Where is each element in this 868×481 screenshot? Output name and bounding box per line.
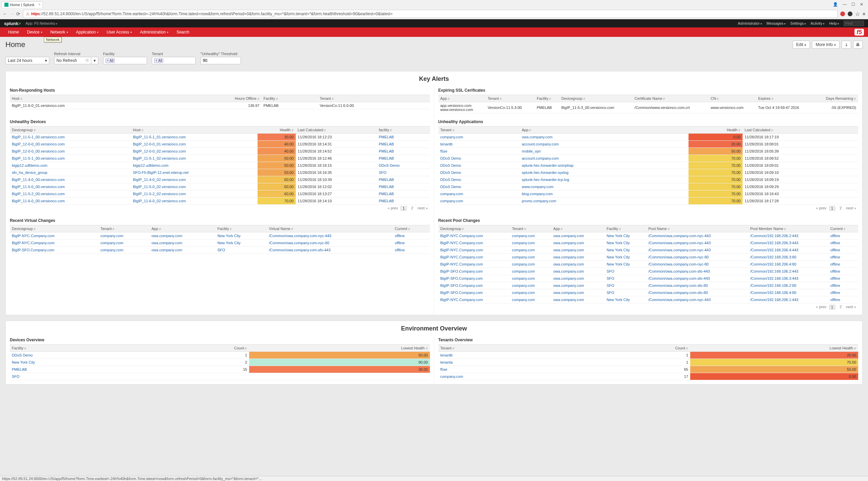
- link[interactable]: owa.company.com: [553, 262, 584, 266]
- link[interactable]: PMELAB: [379, 185, 394, 189]
- link[interactable]: /Common/owa.company.com-nyc-443: [648, 234, 710, 238]
- link[interactable]: /Common/owa.company.com-nyc-443: [648, 241, 710, 245]
- column-header[interactable]: Facility⇵: [605, 225, 646, 232]
- link[interactable]: BigIP-NYC.Company.com: [440, 262, 483, 266]
- link[interactable]: New York City: [217, 241, 240, 245]
- link[interactable]: tenantb: [440, 353, 453, 357]
- link[interactable]: BigIP-NYC.Company.com: [12, 234, 54, 238]
- table-row[interactable]: BigIP-NYC.Company.comcompany.comowa.comp…: [438, 247, 859, 254]
- link[interactable]: company.com: [512, 262, 535, 266]
- table-row[interactable]: BigIP_11-5-2_00.versionco.comBigIP_11-5-…: [10, 190, 430, 198]
- link[interactable]: company.com: [512, 291, 535, 295]
- link[interactable]: owa.company.com: [151, 241, 182, 245]
- link[interactable]: New York City: [607, 248, 630, 252]
- table-row[interactable]: BigIP_12-0-0_00.versionco.comBigIP_12-0-…: [10, 148, 430, 155]
- column-header[interactable]: Facility⇵: [535, 95, 559, 102]
- table-row[interactable]: BigIP-SFO.Company.comcompany.comowa.comp…: [10, 247, 430, 254]
- link[interactable]: New York City: [607, 241, 630, 245]
- link[interactable]: offline: [830, 276, 840, 280]
- column-header[interactable]: Facility⇵: [262, 95, 318, 102]
- link[interactable]: DDoS Demo: [440, 185, 461, 189]
- link[interactable]: /Common/owa.company.com-nyc-443: [648, 248, 710, 252]
- link[interactable]: owa.company.com: [553, 269, 584, 273]
- column-header[interactable]: Certificate Name⇵: [632, 95, 708, 102]
- column-header[interactable]: Tenant⇵: [438, 345, 606, 352]
- link[interactable]: owa.company.com: [553, 283, 584, 288]
- link[interactable]: offline: [830, 255, 840, 259]
- table-row[interactable]: f5semobile_vpn50.0011/28/2016 18:05:39: [438, 148, 859, 155]
- column-header[interactable]: Current⇵: [828, 225, 858, 232]
- link[interactable]: owa.company.com: [151, 234, 182, 238]
- link[interactable]: f5se: [440, 367, 448, 371]
- activity-menu[interactable]: Activity: [811, 21, 824, 25]
- link[interactable]: BigIP_11-6-0_02.versionco.com: [133, 199, 186, 203]
- link[interactable]: /Common/owa.company.com-sfo-443: [648, 269, 710, 273]
- link[interactable]: PMELAB: [379, 142, 394, 146]
- table-row[interactable]: DDoS Demowww.company.com70.0011/28/2016 …: [438, 183, 859, 190]
- close-tab-icon[interactable]: ×: [39, 3, 41, 6]
- splunk-logo[interactable]: splunk>: [4, 21, 21, 26]
- link[interactable]: BigIP_11-5-2_00.versionco.com: [12, 192, 65, 196]
- link[interactable]: offline: [830, 298, 840, 302]
- link[interactable]: company.com: [512, 255, 535, 259]
- link[interactable]: owa.company.com: [553, 298, 584, 302]
- column-header[interactable]: Facility⇵: [215, 225, 267, 232]
- table-row[interactable]: DDoS Demosplunk-hec-forwarder-snmptrap70…: [438, 162, 859, 169]
- pager-page-2[interactable]: 2: [838, 305, 843, 310]
- remove-tag-icon[interactable]: ×: [155, 59, 157, 62]
- link[interactable]: www.company.com: [522, 185, 554, 189]
- link[interactable]: /Common/192.168.106.3:443: [750, 276, 798, 280]
- table-row[interactable]: BigIP-NYC.Company.comcompany.comowa.comp…: [438, 239, 859, 247]
- nav-user-access[interactable]: User Access: [102, 27, 136, 37]
- link[interactable]: PMELAB: [379, 178, 394, 182]
- table-row[interactable]: sfo_ha_device_groupSFO-F5-BigIP-12.enet.…: [10, 169, 430, 176]
- link[interactable]: splunk-hec-forwarder-syslog: [522, 170, 569, 175]
- link[interactable]: BigIP_12-0-0_00.versionco.com: [12, 142, 65, 146]
- clear-icon[interactable]: ⓧ: [86, 58, 89, 63]
- link[interactable]: company.com: [512, 248, 535, 252]
- column-header[interactable]: Host⇵: [10, 95, 177, 102]
- pager-next[interactable]: next »: [846, 206, 856, 211]
- nav-device[interactable]: Device: [23, 27, 46, 37]
- link[interactable]: BigIP_11-4-0_00.versionco.com: [12, 178, 65, 182]
- link[interactable]: owa.company.com: [553, 276, 584, 280]
- link[interactable]: SFO: [607, 283, 614, 288]
- link[interactable]: BigIP-NYC.Company.com: [440, 234, 483, 238]
- link[interactable]: /Common/192.168.206.2:443: [750, 234, 798, 238]
- messages-menu[interactable]: Messages: [767, 21, 786, 25]
- link[interactable]: SFO: [379, 170, 387, 175]
- link[interactable]: BigIP_11-5-1_00.versionco.com: [12, 135, 65, 139]
- link[interactable]: New York City: [607, 298, 630, 302]
- link[interactable]: f5se: [440, 149, 448, 153]
- column-header[interactable]: Expires⇵: [756, 95, 814, 102]
- app-switcher[interactable]: App: F5 Networks: [26, 21, 57, 25]
- link[interactable]: DDoS Demo: [440, 178, 461, 182]
- link[interactable]: New York City: [607, 262, 630, 266]
- link[interactable]: /Common/192.168.106.4:80: [750, 291, 796, 295]
- link[interactable]: PMELAB: [12, 367, 27, 371]
- edit-button[interactable]: Edit: [793, 41, 810, 49]
- link[interactable]: tenanta: [440, 360, 453, 364]
- link[interactable]: DDoS Demo: [440, 163, 461, 167]
- link[interactable]: DDoS Demo: [12, 353, 33, 357]
- link[interactable]: promo.company.com: [522, 199, 556, 203]
- table-row[interactable]: BigIP_11-5-0_00.versionco.comBigIP_11-5-…: [10, 183, 430, 190]
- link[interactable]: BigIP-NYC.Company.com: [440, 255, 483, 259]
- table-row[interactable]: BigIP_11-6-0_01.versionco.com136.97PMELA…: [10, 102, 430, 109]
- link[interactable]: blog.company.com: [522, 192, 553, 196]
- column-header[interactable]: Count⇵: [606, 345, 691, 352]
- link[interactable]: company.com: [100, 248, 123, 252]
- table-row[interactable]: f5se6550.00: [438, 366, 859, 373]
- column-header[interactable]: Devicegroup⇵: [10, 127, 131, 134]
- table-row[interactable]: company.comowa.company.com0.0011/28/2016…: [438, 134, 859, 141]
- table-row[interactable]: tenantbaccount.company.com20.0011/28/201…: [438, 141, 859, 148]
- table-row[interactable]: BigIP-NYC.Company.comcompany.comowa.comp…: [10, 232, 430, 239]
- link[interactable]: BigIP-SFO.Company.com: [440, 283, 483, 288]
- help-menu[interactable]: Help: [829, 21, 839, 25]
- link[interactable]: owa.company.com: [553, 255, 584, 259]
- link[interactable]: offline: [395, 234, 405, 238]
- nav-administration[interactable]: Administration: [136, 27, 172, 37]
- link[interactable]: New York City: [607, 234, 630, 238]
- link[interactable]: /Common/owa.company.com-sfo-443: [269, 248, 331, 252]
- remove-tag-icon[interactable]: ×: [107, 59, 108, 62]
